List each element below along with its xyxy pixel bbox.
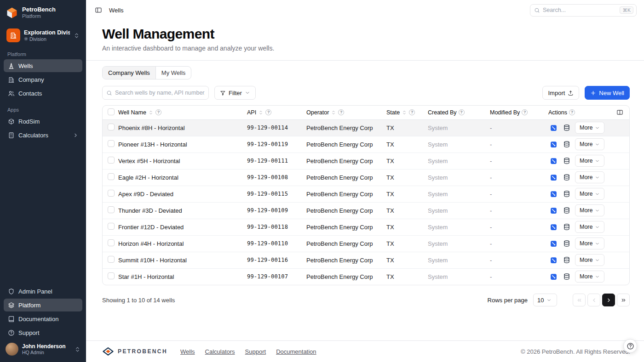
well-data-button[interactable] [562,205,572,215]
help-fab-button[interactable] [623,339,637,353]
row-checkbox[interactable] [108,157,115,164]
row-checkbox[interactable] [108,239,115,246]
new-well-button[interactable]: New Well [585,86,630,100]
wellbore-view-button[interactable] [548,123,558,133]
footer-link-calculators[interactable]: Calculators [205,348,235,355]
well-data-button[interactable] [562,238,572,249]
column-header-well-name[interactable]: Well Name [118,106,247,119]
sidebar-item-documentation[interactable]: Documentation [4,312,82,325]
sort-icon[interactable] [402,110,407,115]
more-button[interactable]: More [575,271,604,283]
global-search-input[interactable] [543,7,617,13]
sort-icon[interactable] [258,110,264,115]
table-row[interactable]: Pioneer #13H - Horizontal 99-129-00119 P… [103,136,629,153]
wellbore-view-button[interactable] [548,172,558,182]
sidebar-item-support[interactable]: Support [4,326,82,339]
well-created-by: System [428,240,448,247]
last-page-button[interactable] [617,294,630,306]
wellbore-view-button[interactable] [548,272,558,282]
row-checkbox[interactable] [108,272,115,279]
user-menu[interactable]: John Henderson HQ Admin [4,340,82,358]
well-modified-by: - [490,240,492,247]
sidebar-item-wells[interactable]: Wells [4,59,82,72]
more-button[interactable]: More [575,171,604,183]
footer-link-support[interactable]: Support [245,348,266,355]
more-button[interactable]: More [575,238,604,249]
column-header-operator[interactable]: Operator [306,106,386,119]
well-data-button[interactable] [562,189,572,199]
more-button[interactable]: More [575,122,604,134]
database-icon [563,223,570,231]
wellbore-view-button[interactable] [548,255,558,265]
footer-link-documentation[interactable]: Documentation [276,348,316,355]
table-row[interactable]: Horizon #4H - Horizontal 99-129-00110 Pe… [103,235,629,252]
well-data-button[interactable] [562,222,572,232]
row-checkbox[interactable] [108,190,115,197]
rows-per-page-select[interactable]: 10 [533,294,557,306]
table-row[interactable]: Summit #10H - Horizontal 99-129-00116 Pe… [103,252,629,268]
more-button[interactable]: More [575,254,604,266]
wells-search-input[interactable] [115,90,205,96]
prev-page-button[interactable] [587,294,600,306]
table-row[interactable]: Star #1H - Horizontal 99-129-00107 Petro… [103,268,629,285]
wellbore-view-button[interactable] [548,139,558,149]
column-header-api[interactable]: API [247,106,306,119]
column-header-state[interactable]: State [386,106,428,119]
well-data-button[interactable] [562,172,572,182]
footer-link-wells[interactable]: Wells [180,348,195,355]
sidebar-item-calculators[interactable]: Calculators [4,129,82,141]
table-row[interactable]: Thunder #3D - Deviated 99-129-00109 Petr… [103,202,629,219]
row-checkbox[interactable] [108,124,115,130]
well-data-button[interactable] [562,156,572,166]
global-search[interactable]: ⌘K [530,4,637,17]
more-button[interactable]: More [575,221,604,233]
breadcrumb[interactable]: Wells [109,7,124,14]
wellbore-view-button[interactable] [548,222,558,232]
table-row[interactable]: Eagle #2H - Horizontal 99-129-00108 Petr… [103,169,629,186]
sidebar-item-company[interactable]: Company [4,73,82,86]
select-all-checkbox[interactable] [108,108,115,115]
sidebar-toggle-button[interactable] [92,4,104,16]
table-row[interactable]: Vertex #5H - Horizontal 99-129-00111 Pet… [103,153,629,169]
table-row[interactable]: Apex #9D - Deviated 99-129-00115 PetroBe… [103,186,629,202]
sidebar-item-label: Wells [18,62,33,69]
derrick-icon [7,62,15,69]
sidebar-item-platform[interactable]: Platform [4,299,82,311]
more-button[interactable]: More [575,204,604,216]
sidebar-item-admin-panel[interactable]: Admin Panel [4,285,82,298]
tab-my-wells[interactable]: My Wells [156,67,191,79]
wellbore-icon [550,157,558,165]
more-button[interactable]: More [575,188,604,200]
row-checkbox[interactable] [108,223,115,230]
sort-icon[interactable] [331,110,336,115]
more-button[interactable]: More [575,155,604,167]
wells-search[interactable] [102,86,209,100]
wellbore-view-button[interactable] [548,189,558,199]
import-button[interactable]: Import [542,86,579,100]
first-page-button[interactable] [573,294,586,306]
next-page-button[interactable] [602,294,615,306]
well-data-button[interactable] [562,255,572,265]
row-checkbox[interactable] [108,256,115,263]
sort-icon[interactable] [148,110,154,115]
well-created-by: System [428,158,448,164]
column-visibility-button[interactable] [614,107,625,118]
row-checkbox[interactable] [108,140,115,147]
wellbore-view-button[interactable] [548,238,558,249]
wellbore-view-button[interactable] [548,156,558,166]
filter-button[interactable]: Filter [214,86,256,100]
users-icon [7,90,15,97]
well-data-button[interactable] [562,139,572,149]
tab-company-wells[interactable]: Company Wells [103,67,156,79]
wellbore-view-button[interactable] [548,205,558,215]
sidebar-item-rodsim[interactable]: RodSim [4,115,82,128]
table-row[interactable]: Phoenix #8H - Horizontal 99-129-00114 Pe… [103,119,629,136]
row-checkbox[interactable] [108,173,115,180]
row-checkbox[interactable] [108,206,115,213]
more-button[interactable]: More [575,138,604,150]
table-row[interactable]: Frontier #12D - Deviated 99-129-00118 Pe… [103,219,629,235]
well-data-button[interactable] [562,272,572,282]
org-switcher[interactable]: Exploration Division Division [4,26,82,45]
well-data-button[interactable] [562,123,572,133]
sidebar-item-contacts[interactable]: Contacts [4,87,82,100]
